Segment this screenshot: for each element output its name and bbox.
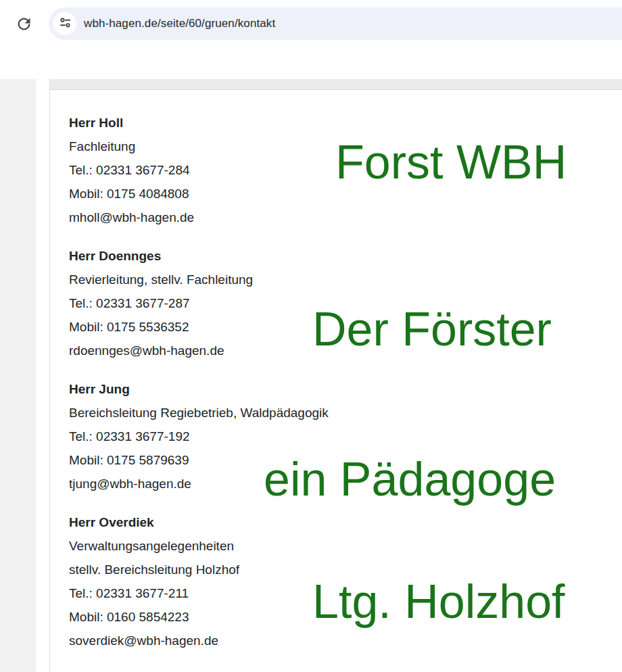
contact-name: Herr Jung bbox=[69, 377, 407, 401]
site-settings-button[interactable] bbox=[53, 12, 76, 35]
content-left-border bbox=[49, 79, 50, 672]
page-left-margin bbox=[0, 79, 36, 672]
address-bar[interactable]: wbh-hagen.de/seite/60/gruen/kontakt bbox=[49, 7, 622, 40]
section-heading-forst-wbh: Forst WBH bbox=[335, 139, 567, 186]
browser-window: wbh-hagen.de/seite/60/gruen/kontakt Herr… bbox=[0, 0, 622, 672]
site-settings-tune-icon bbox=[58, 16, 72, 32]
section-heading-der-foerster: Der Förster bbox=[312, 306, 552, 353]
contact-name: Herr Holl bbox=[69, 111, 407, 135]
contact-name: Herr Overdiek bbox=[69, 510, 407, 534]
section-heading-ein-paedagoge: ein Pädagoge bbox=[264, 456, 556, 503]
page-viewport: Herr Holl Fachleitung Tel.: 02331 3677-2… bbox=[0, 79, 622, 672]
contact-phone: Tel.: 02331 3677-192 bbox=[69, 425, 407, 448]
content-top-divider bbox=[50, 79, 622, 90]
section-heading-ltg-holzhof: Ltg. Holzhof bbox=[312, 578, 565, 625]
browser-toolbar: wbh-hagen.de/seite/60/gruen/kontakt bbox=[0, 0, 622, 79]
contact-email: soverdiek@wbh-hagen.de bbox=[69, 629, 407, 652]
contact-email: mholl@wbh-hagen.de bbox=[69, 206, 407, 229]
contact-role: Bereichsleitung Regiebetrieb, Waldpädago… bbox=[69, 401, 407, 425]
contact-role: Verwaltungsangelegenheiten bbox=[69, 534, 407, 558]
url-text[interactable]: wbh-hagen.de/seite/60/gruen/kontakt bbox=[84, 17, 275, 30]
contact-name: Herr Doennges bbox=[69, 244, 407, 268]
reload-icon bbox=[15, 15, 33, 35]
contact-role: Revierleitung, stellv. Fachleitung bbox=[69, 268, 407, 291]
reload-button[interactable] bbox=[13, 14, 34, 36]
